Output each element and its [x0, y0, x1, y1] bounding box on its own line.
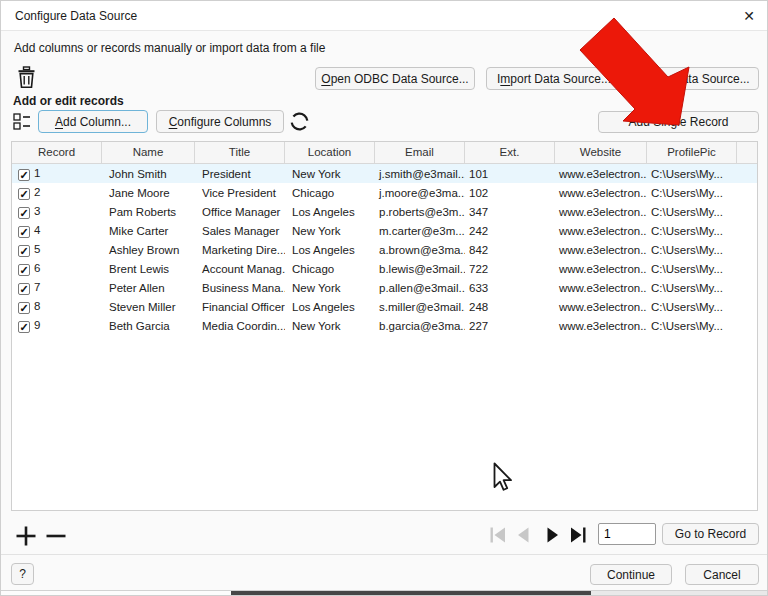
add-column-button[interactable]: Add Column...	[38, 110, 148, 133]
label-part: dd Column...	[63, 115, 131, 129]
dialog-title: Configure Data Source	[15, 9, 137, 23]
table-row[interactable]: ✓3Pam RobertsOffice ManagerLos Angelesp.…	[12, 202, 757, 221]
label-mnemonic: A	[55, 115, 63, 129]
cell-website: www.e3electron...	[555, 244, 647, 256]
row-checkbox[interactable]: ✓	[18, 302, 30, 314]
next-record-icon[interactable]	[542, 525, 562, 545]
add-single-record-button[interactable]: Add Single Record	[598, 111, 759, 133]
import-data-source-button[interactable]: Import Data Source...	[486, 67, 622, 90]
row-number: 3	[34, 205, 40, 217]
column-header-ext[interactable]: Ext.	[465, 142, 555, 163]
column-header-blank	[737, 142, 757, 163]
cell-location: New York	[285, 225, 375, 237]
continue-button[interactable]: Continue	[590, 564, 672, 585]
cell-name: Jane Moore	[102, 187, 195, 199]
remove-record-icon[interactable]	[45, 525, 67, 551]
cell-title: Office Manager	[195, 206, 285, 218]
row-checkbox[interactable]: ✓	[18, 226, 30, 238]
cell-ext: 242	[465, 225, 555, 237]
cell-email: j.smith@e3mail....	[375, 168, 465, 180]
cell-location: Los Angeles	[285, 301, 375, 313]
previous-record-icon[interactable]	[514, 525, 534, 545]
record-number-input[interactable]	[598, 523, 656, 545]
cell-email: b.garcia@e3ma...	[375, 320, 465, 332]
table-row[interactable]: ✓4Mike CarterSales ManagerNew Yorkm.cart…	[12, 221, 757, 240]
table-row[interactable]: ✓7Peter AllenBusiness Mana...New Yorkp.a…	[12, 278, 757, 297]
label-mnemonic: C	[169, 115, 178, 129]
table-row[interactable]: ✓1John SmithPresidentNew Yorkj.smith@e3m…	[12, 164, 757, 183]
cell-website: www.e3electron...	[555, 301, 647, 313]
open-odbc-data-source-button[interactable]: Open ODBC Data Source...	[315, 67, 475, 90]
column-header-record[interactable]: Record	[12, 142, 102, 163]
table-body: ✓1John SmithPresidentNew Yorkj.smith@e3m…	[12, 164, 757, 335]
instruction-text: Add columns or records manually or impor…	[14, 41, 325, 55]
delete-record-icon[interactable]	[17, 66, 36, 93]
table-header: RecordNameTitleLocationEmailExt.WebsiteP…	[12, 142, 757, 164]
cell-name: Steven Miller	[102, 301, 195, 313]
cell-location: Los Angeles	[285, 206, 375, 218]
row-checkbox[interactable]: ✓	[18, 245, 30, 257]
cell-ext: 101	[465, 168, 555, 180]
footer-divider	[1, 554, 768, 555]
table-row[interactable]: ✓2Jane MooreVice PresidentChicagoj.moore…	[12, 183, 757, 202]
cell-name: Peter Allen	[102, 282, 195, 294]
cell-email: b.lewis@e3mail...	[375, 263, 465, 275]
cell-ext: 842	[465, 244, 555, 256]
background-strip	[1, 591, 231, 596]
cell-name: John Smith	[102, 168, 195, 180]
cell-name: Brent Lewis	[102, 263, 195, 275]
row-checkbox[interactable]: ✓	[18, 207, 30, 219]
table-row[interactable]: ✓5Ashley BrownMarketing Dire...Los Angel…	[12, 240, 757, 259]
configure-columns-button[interactable]: Configure Columns	[156, 110, 284, 133]
cell-website: www.e3electron...	[555, 263, 647, 275]
column-header-name[interactable]: Name	[102, 142, 195, 163]
cell-profilepic: C:\Users\My...	[647, 320, 737, 332]
go-to-record-button[interactable]: Go to Record	[662, 523, 759, 545]
help-button[interactable]: ?	[11, 563, 34, 585]
cell-website: www.e3electron...	[555, 320, 647, 332]
cell-location: New York	[285, 282, 375, 294]
column-header-website[interactable]: Website	[555, 142, 647, 163]
cell-ext: 722	[465, 263, 555, 275]
cell-name: Mike Carter	[102, 225, 195, 237]
cancel-button[interactable]: Cancel	[685, 564, 759, 585]
cell-ext: 633	[465, 282, 555, 294]
cell-website: www.e3electron...	[555, 282, 647, 294]
table-row[interactable]: ✓8Steven MillerFinancial OfficerLos Ange…	[12, 297, 757, 316]
cell-email: p.allen@e3mail....	[375, 282, 465, 294]
cell-email: s.miller@e3mail...	[375, 301, 465, 313]
row-checkbox[interactable]: ✓	[18, 321, 30, 333]
row-checkbox[interactable]: ✓	[18, 188, 30, 200]
cell-title: Vice President	[195, 187, 285, 199]
cell-location: New York	[285, 320, 375, 332]
column-header-location[interactable]: Location	[285, 142, 375, 163]
last-record-icon[interactable]	[568, 525, 588, 545]
first-record-icon[interactable]	[488, 525, 508, 545]
add-record-icon[interactable]	[15, 525, 37, 551]
column-header-email[interactable]: Email	[375, 142, 465, 163]
cell-title: Financial Officer	[195, 301, 285, 313]
background-strip	[591, 591, 768, 596]
cell-location: Chicago	[285, 263, 375, 275]
row-number: 6	[34, 262, 40, 274]
cell-ext: 248	[465, 301, 555, 313]
cell-title: Marketing Dire...	[195, 244, 285, 256]
cell-ext: 347	[465, 206, 555, 218]
cell-email: j.moore@e3ma...	[375, 187, 465, 199]
table-row[interactable]: ✓9Beth GarciaMedia Coordin...New Yorkb.g…	[12, 316, 757, 335]
column-header-profilepic[interactable]: ProfilePic	[647, 142, 737, 163]
label-mnemonic: O	[321, 72, 330, 86]
row-number: 5	[34, 243, 40, 255]
add-or-edit-records-heading: Add or edit records	[13, 94, 124, 108]
table-row[interactable]: ✓6Brent LewisAccount Manag...Chicagob.le…	[12, 259, 757, 278]
refresh-icon[interactable]	[288, 110, 311, 137]
cell-title: Account Manag...	[195, 263, 285, 275]
label-part: ave Data Source...	[650, 72, 749, 86]
row-checkbox[interactable]: ✓	[18, 169, 30, 181]
save-data-source-button[interactable]: Save Data Source...	[633, 67, 759, 90]
close-icon[interactable]: ✕	[739, 6, 759, 26]
cell-profilepic: C:\Users\My...	[647, 282, 737, 294]
row-checkbox[interactable]: ✓	[18, 264, 30, 276]
column-header-title[interactable]: Title	[195, 142, 285, 163]
row-checkbox[interactable]: ✓	[18, 283, 30, 295]
